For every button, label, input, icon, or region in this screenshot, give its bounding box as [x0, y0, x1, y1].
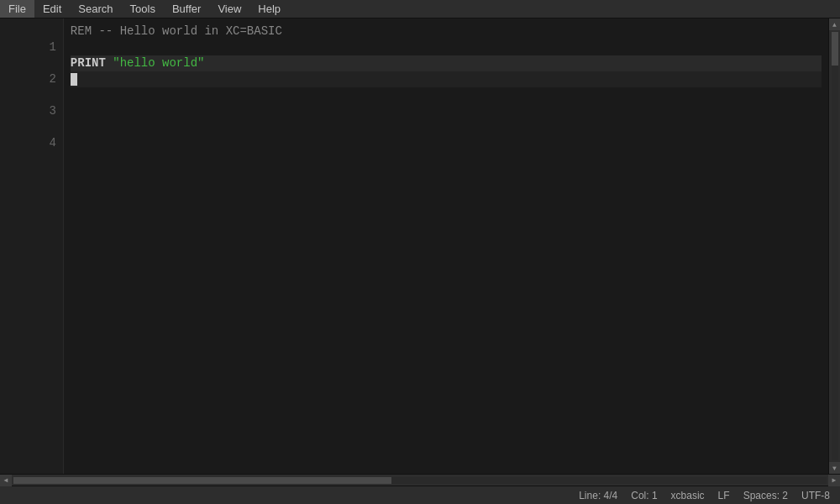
line-numbers: 1 2 3 4: [0, 18, 64, 474]
menu-search[interactable]: Search: [70, 0, 121, 18]
horizontal-scrollbar: ◀ ▶: [0, 474, 840, 486]
code-line-4: [71, 71, 822, 87]
line-number-3: 3: [49, 104, 55, 118]
line-number-4: 4: [49, 136, 55, 150]
menu-help[interactable]: Help: [249, 0, 289, 18]
status-language: xcbasic: [671, 490, 705, 501]
vscroll-thumb[interactable]: [832, 32, 838, 66]
hscroll-thumb[interactable]: [13, 477, 391, 484]
line-number-1: 1: [49, 40, 55, 54]
status-spaces: Spaces: 2: [743, 490, 788, 501]
code-line-2: [71, 39, 822, 55]
status-col: Col: 1: [631, 490, 657, 501]
code-line-1: REM -- Hello world in XC=BASIC: [71, 24, 822, 39]
menu-tools[interactable]: Tools: [122, 0, 164, 18]
status-line-ending: LF: [718, 490, 730, 501]
hscroll-left-button[interactable]: ◀: [0, 475, 12, 486]
hscroll-track[interactable]: [13, 477, 827, 484]
line-number-2: 2: [49, 72, 55, 86]
vertical-scrollbar: ▲ ▼: [828, 18, 840, 474]
editor-container: 1 2 3 4 REM -- Hello world in XC=BASIC P…: [0, 18, 828, 474]
menu-file[interactable]: File: [0, 0, 34, 18]
menu-view[interactable]: View: [209, 0, 249, 18]
menubar: File Edit Search Tools Buffer View Help: [0, 0, 840, 18]
menu-edit[interactable]: Edit: [34, 0, 70, 18]
menu-buffer[interactable]: Buffer: [164, 0, 209, 18]
text-cursor: [71, 73, 77, 86]
code-area[interactable]: REM -- Hello world in XC=BASIC PRINT "he…: [64, 18, 828, 474]
vscroll-down-button[interactable]: ▼: [829, 462, 841, 474]
status-encoding: UTF-8: [801, 490, 830, 501]
status-line-col: Line: 4/4: [579, 490, 617, 501]
vscroll-up-button[interactable]: ▲: [829, 18, 841, 30]
statusbar: Line: 4/4 Col: 1 xcbasic LF Spaces: 2 UT…: [0, 486, 840, 504]
hscroll-right-button[interactable]: ▶: [828, 475, 840, 486]
vscroll-track[interactable]: [832, 32, 838, 460]
code-line-3: PRINT "hello world": [71, 55, 822, 71]
